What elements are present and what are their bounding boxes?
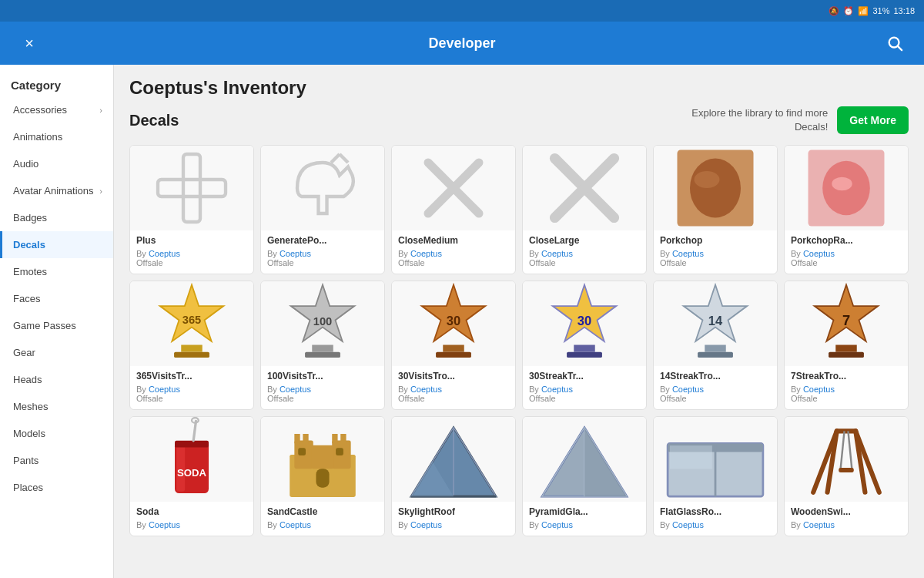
svg-text:365: 365 [182,314,201,326]
item-creator: By Coeptus [267,249,378,258]
creator-link[interactable]: Coeptus [149,249,180,258]
creator-link[interactable]: Coeptus [672,385,704,394]
item-creator: By Coeptus [529,249,640,258]
creator-link[interactable]: Coeptus [280,520,311,529]
creator-link[interactable]: Coeptus [803,520,835,529]
item-status: Offsale [136,394,247,403]
item-image: 30 [523,281,646,366]
creator-link[interactable]: Coeptus [541,520,573,529]
sidebar-item-badges[interactable]: Badges [0,204,113,231]
item-card[interactable]: FlatGlassRo...By Coeptus [653,416,778,536]
item-card[interactable]: SODA SodaBy Coeptus [129,416,254,536]
category-title: Category [0,72,113,96]
item-card[interactable]: SandCastleBy Coeptus [260,416,385,536]
item-card[interactable]: PorkchopBy CoeptusOffsale [653,145,778,274]
creator-link[interactable]: Coeptus [410,385,442,394]
creator-link[interactable]: Coeptus [803,249,835,258]
creator-link[interactable]: Coeptus [803,385,835,394]
item-creator: By Coeptus [136,385,247,394]
creator-link[interactable]: Coeptus [410,249,442,258]
close-button[interactable]: × [15,29,43,57]
item-card[interactable]: PorkchopRa...By CoeptusOffsale [784,145,909,274]
creator-link[interactable]: Coeptus [149,385,180,394]
item-status: Offsale [660,258,771,267]
alarm-icon: ⏰ [843,6,854,16]
item-card[interactable]: 100 100VisitsTr...By CoeptusOffsale [260,281,385,410]
sidebar-item-gear[interactable]: Gear [0,339,113,366]
creator-link[interactable]: Coeptus [672,249,704,258]
svg-text:30: 30 [447,314,460,328]
creator-link[interactable]: Coeptus [280,249,311,258]
item-card[interactable]: WoodenSwi...By Coeptus [784,416,909,536]
sidebar-item-places[interactable]: Places [0,474,113,501]
sidebar-item-heads[interactable]: Heads [0,366,113,393]
item-card[interactable]: 30 30VisitsTro...By CoeptusOffsale [391,281,516,410]
item-card[interactable]: 365 365VisitsTr...By CoeptusOffsale [129,281,254,410]
item-image [523,146,646,230]
creator-link[interactable]: Coeptus [280,385,311,394]
item-name: Plus [136,235,247,246]
svg-rect-18 [174,352,209,358]
svg-line-4 [331,154,340,163]
item-card[interactable]: CloseMediumBy CoeptusOffsale [391,145,516,274]
item-name: 7StreakTro... [791,371,902,381]
item-status: Offsale [267,394,378,403]
sidebar-item-accessories[interactable]: Accessories› [0,96,113,123]
svg-rect-29 [574,345,595,352]
svg-marker-20 [291,285,355,341]
svg-rect-54 [316,469,329,488]
svg-rect-37 [835,345,857,352]
sidebar-item-label: Game Passes [13,320,76,331]
item-card[interactable]: PlusBy CoeptusOffsale [129,145,254,274]
search-button[interactable] [881,29,909,57]
sidebar-item-audio[interactable]: Audio [0,150,113,177]
sidebar-item-pants[interactable]: Pants [0,447,113,474]
item-card[interactable]: SkylightRoofBy Coeptus [391,416,516,536]
item-status: Offsale [529,258,640,267]
item-card[interactable]: 14 14StreakTro...By CoeptusOffsale [653,281,778,410]
item-name: 365VisitsTr... [136,371,247,381]
main-content: Category Accessories›AnimationsAudioAvat… [0,65,924,578]
item-image: 7 [785,281,908,366]
chevron-icon: › [99,106,102,115]
creator-link[interactable]: Coeptus [541,249,573,258]
sidebar-item-meshes[interactable]: Meshes [0,393,113,420]
sidebar-item-decals[interactable]: Decals [0,231,113,258]
item-info: 30VisitsTro...By CoeptusOffsale [392,366,515,409]
svg-line-76 [848,432,852,469]
item-card[interactable]: 30 30StreakTr...By CoeptusOffsale [522,281,647,410]
sidebar-item-animations[interactable]: Animations [0,123,113,150]
sidebar-item-game-passes[interactable]: Game Passes [0,312,113,339]
item-name: 30StreakTr... [529,371,640,381]
get-more-button[interactable]: Get More [837,106,909,134]
creator-link[interactable]: Coeptus [541,385,573,394]
creator-link[interactable]: Coeptus [672,520,704,529]
item-status: Offsale [398,394,509,403]
svg-rect-51 [303,434,308,443]
item-card[interactable]: GeneratePo...By CoeptusOffsale [260,145,385,274]
item-image [392,417,515,502]
creator-link[interactable]: Coeptus [410,520,442,529]
sidebar-item-emotes[interactable]: Emotes [0,258,113,285]
svg-rect-26 [436,352,471,358]
svg-rect-69 [670,446,712,469]
item-card[interactable]: CloseLargeBy CoeptusOffsale [522,145,647,274]
sidebar-item-label: Animations [13,131,62,143]
sidebar-item-models[interactable]: Models [0,420,113,447]
item-info: 7StreakTro...By CoeptusOffsale [785,366,908,409]
sidebar-item-avatar-animations[interactable]: Avatar Animations› [0,177,113,204]
sidebar-item-label: Decals [13,239,45,250]
svg-rect-38 [829,352,864,358]
item-creator: By Coeptus [660,249,771,258]
item-info: WoodenSwi...By Coeptus [785,502,908,536]
item-image [130,146,253,230]
item-creator: By Coeptus [660,385,771,394]
item-info: CloseLargeBy CoeptusOffsale [523,230,646,274]
sidebar-item-faces[interactable]: Faces [0,285,113,312]
sidebar-item-label: Avatar Animations [13,185,94,197]
item-name: PorkchopRa... [791,235,902,246]
item-card[interactable]: PyramidGla...By Coeptus [522,416,647,536]
creator-link[interactable]: Coeptus [149,520,180,529]
item-card[interactable]: 7 7StreakTro...By CoeptusOffsale [784,281,909,410]
item-status: Offsale [136,258,247,267]
